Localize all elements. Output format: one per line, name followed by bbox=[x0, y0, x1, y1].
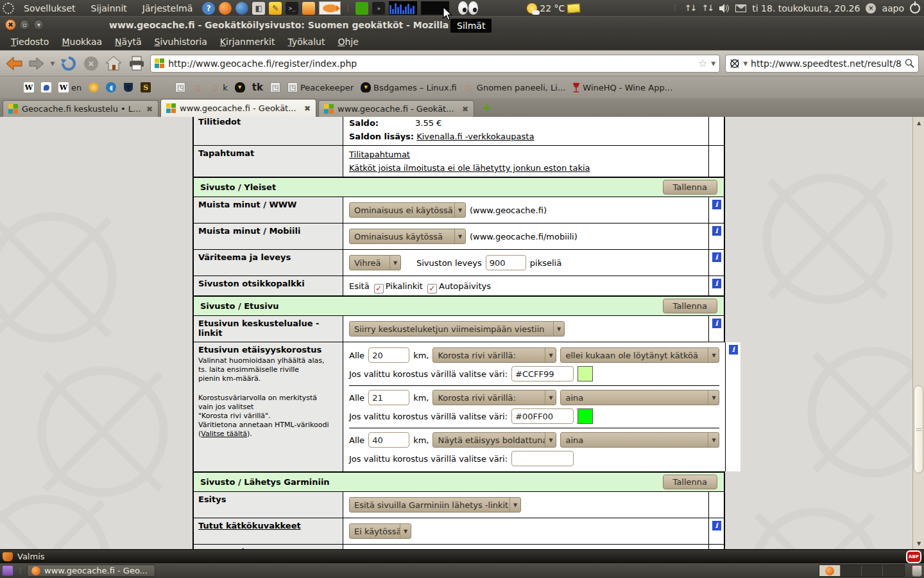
workspace-2[interactable] bbox=[841, 565, 862, 576]
thunderbird-launcher-icon[interactable] bbox=[235, 2, 248, 15]
reload-button[interactable] bbox=[60, 55, 77, 73]
mode-select-2[interactable]: Korosta rivi värillä:▼ bbox=[432, 390, 556, 405]
km-input-3[interactable] bbox=[368, 432, 409, 448]
color-input-3[interactable] bbox=[511, 451, 574, 466]
tab-close-icon[interactable]: ✖ bbox=[146, 105, 153, 114]
back-button[interactable] bbox=[5, 55, 22, 73]
bookmark-item[interactable]: WineHQ - Wine App... bbox=[572, 82, 672, 92]
menu-kirjanmerkit[interactable]: Kirjanmerkit bbox=[214, 35, 281, 49]
window-close-button[interactable]: ✖ bbox=[5, 19, 16, 30]
fox-addon-icon[interactable] bbox=[3, 552, 13, 561]
messages-indicator-icon[interactable] bbox=[735, 4, 746, 12]
bookmark-item[interactable]: ◌Gnomen paneeli, Li... bbox=[464, 82, 566, 92]
bookmark-item[interactable]: ◌ bbox=[193, 82, 203, 92]
bookmark-item[interactable]: S bbox=[141, 82, 151, 92]
search-engine-icon[interactable] bbox=[730, 58, 740, 69]
home-button[interactable] bbox=[105, 55, 123, 73]
forward-button[interactable] bbox=[28, 55, 45, 73]
green-monitor-applet[interactable] bbox=[355, 2, 368, 15]
color-input-2[interactable] bbox=[511, 408, 574, 424]
info-icon[interactable]: i bbox=[712, 200, 721, 209]
save-button-etusivu[interactable]: Tallenna bbox=[663, 299, 717, 313]
menu-sijainnit[interactable]: Sijainnit bbox=[85, 3, 133, 13]
weather-applet[interactable]: 22 °C bbox=[527, 3, 580, 13]
save-button-yleiset[interactable]: Tallenna bbox=[663, 180, 717, 195]
menu-tiedosto[interactable]: Tiedosto bbox=[5, 35, 55, 49]
bookmark-item[interactable]: ▼ bbox=[123, 82, 133, 92]
mode-select-3[interactable]: Näytä etäisyys boldattuna▼ bbox=[432, 432, 556, 448]
kuvakkeet-link[interactable]: Tutut kätkökuvakkeet bbox=[198, 521, 301, 530]
kuvakkeet-select[interactable]: Ei käytössä▼ bbox=[349, 523, 411, 539]
tilitapahtumat-link[interactable]: Tilitapahtumat bbox=[349, 150, 410, 159]
gftp-launcher-icon[interactable] bbox=[302, 2, 315, 15]
pikalinkit-checkbox[interactable]: ✓ bbox=[374, 284, 384, 293]
new-tab-button[interactable]: + bbox=[481, 100, 492, 115]
color-input-1[interactable] bbox=[511, 366, 574, 381]
bookmark-item[interactable]: ▼Bsdgames – Linux.fi bbox=[361, 82, 457, 92]
power-icon[interactable] bbox=[910, 3, 920, 13]
kivenalla-link[interactable]: Kivenalla.fi -verkkokaupasta bbox=[416, 132, 534, 141]
katkot-esto-link[interactable]: Kätköt joista ilmoitusta ei ole lähetytt… bbox=[349, 163, 590, 173]
vertical-scrollbar[interactable]: ▲ ▼ bbox=[912, 117, 924, 549]
info-icon[interactable]: i bbox=[712, 252, 721, 262]
scroll-up-icon[interactable]: ▲ bbox=[913, 118, 924, 127]
bookmark-item[interactable]: ◳ bbox=[175, 82, 185, 92]
esitys-select[interactable]: Esitä sivuilla Garminiin lähetys -linkit… bbox=[349, 497, 521, 512]
user-name[interactable]: aapo bbox=[882, 3, 904, 13]
workspace-1[interactable] bbox=[819, 565, 841, 576]
save-button-garmin[interactable]: Tallenna bbox=[663, 475, 717, 489]
url-bar[interactable]: http://www.geocache.fi/register/index.ph… bbox=[150, 55, 720, 73]
muista-www-select[interactable]: Ominaisuus ei käytössä▼ bbox=[349, 202, 466, 218]
keskustelualue-select[interactable]: Siirry keskusteluketjun viimeisimpään vi… bbox=[349, 321, 565, 337]
when-select-2[interactable]: aina▼ bbox=[560, 390, 719, 405]
variteema-select[interactable]: Vihreä▼ bbox=[349, 255, 401, 270]
workspace-4[interactable] bbox=[883, 565, 904, 576]
menu-nayta[interactable]: Näytä bbox=[109, 35, 147, 49]
stop-button[interactable]: ✕ bbox=[83, 55, 100, 73]
menu-sovellukset[interactable]: Sovellukset bbox=[18, 3, 81, 13]
leveys-input[interactable] bbox=[486, 255, 526, 270]
help-icon[interactable]: ? bbox=[202, 2, 215, 15]
system-monitor-applet[interactable] bbox=[389, 1, 417, 15]
tab-geocache-2[interactable]: www.geocache.fi - Geokät... ✖ bbox=[318, 100, 474, 117]
bookmark-item[interactable]: ◳ bbox=[270, 82, 280, 92]
print-button[interactable] bbox=[128, 55, 145, 73]
when-select-3[interactable]: aina▼ bbox=[560, 432, 719, 448]
autopaivitys-checkbox[interactable]: ✓ bbox=[427, 284, 437, 293]
adblock-plus-icon[interactable]: ABP bbox=[906, 550, 921, 563]
info-icon[interactable]: i bbox=[712, 279, 721, 288]
km-input-2[interactable] bbox=[368, 390, 409, 405]
bookmark-item[interactable] bbox=[41, 82, 51, 92]
bookmark-item[interactable] bbox=[158, 82, 168, 92]
scroll-down-icon[interactable]: ▼ bbox=[913, 539, 924, 548]
menu-sivuhistoria[interactable]: Sivuhistoria bbox=[149, 35, 213, 49]
info-icon[interactable]: i bbox=[712, 226, 721, 236]
window-maximize-button[interactable]: ▾ bbox=[33, 19, 44, 30]
bookmark-item[interactable] bbox=[6, 82, 17, 92]
url-dropdown-icon[interactable]: ▼ bbox=[711, 60, 715, 67]
ubuntu-menu-icon[interactable] bbox=[3, 3, 14, 14]
menu-tyokalut[interactable]: Työkalut bbox=[282, 35, 330, 49]
bookmark-item[interactable]: tk bbox=[252, 82, 263, 93]
bookmark-item[interactable]: Wen bbox=[58, 82, 81, 92]
bookmark-item[interactable]: W bbox=[24, 82, 34, 92]
search-go-icon[interactable] bbox=[905, 58, 914, 68]
eyes-applet[interactable] bbox=[458, 1, 478, 15]
when-select-1[interactable]: ellei kukaan ole löytänyt kätköä▼ bbox=[560, 347, 719, 363]
tab-geocache-active[interactable]: www.geocache.fi - Geokät... ✖ bbox=[160, 99, 316, 117]
bookmark-item[interactable]: ◳Peacekeeper bbox=[287, 82, 354, 92]
clock-applet[interactable]: ti 18. toukokuuta, 20.26 bbox=[752, 3, 860, 13]
user-menu-icon[interactable]: × bbox=[866, 3, 876, 13]
info-icon[interactable]: i bbox=[712, 521, 721, 530]
search-engine-dropdown-icon[interactable]: ▼ bbox=[743, 60, 748, 67]
bookmark-item[interactable]: ◖ bbox=[106, 82, 116, 92]
fish-applet[interactable] bbox=[319, 1, 341, 15]
valitse-taalta-link[interactable]: Valitse täältä bbox=[201, 430, 247, 438]
bookmark-star-icon[interactable]: ☆ bbox=[698, 57, 707, 69]
sticky-notes-icon[interactable] bbox=[567, 3, 581, 13]
search-bar[interactable]: ▼ http://www.speedtest.net/result/8 bbox=[725, 55, 919, 73]
volume-app-icon[interactable]: ◧ bbox=[252, 2, 265, 15]
window-minimize-button[interactable]: ▫ bbox=[19, 19, 30, 30]
trash-icon[interactable] bbox=[912, 565, 922, 577]
url-text[interactable]: http://www.geocache.fi/register/index.ph… bbox=[168, 58, 694, 69]
